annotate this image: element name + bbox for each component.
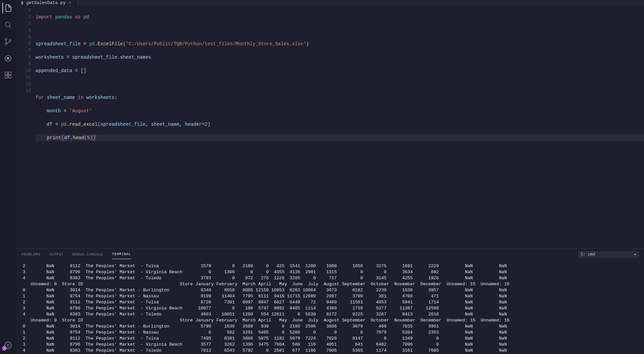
terminal-output[interactable]: 2 NaN 9112 The Peoples' Market - Tulsa 1… [16,260,644,354]
svg-point-10 [7,344,9,346]
svg-point-5 [7,57,9,59]
svg-rect-6 [5,72,8,75]
tab-debug-console[interactable]: DEBUG CONSOLE [72,252,103,256]
search-icon[interactable] [3,19,13,30]
bottom-panel: PROBLEMS OUTPUT DEBUG CONSOLE TERMINAL 1… [16,248,644,354]
settings-badge: 1 [2,346,7,351]
tab-output[interactable]: OUTPUT [49,252,64,256]
close-icon[interactable]: × [68,0,71,6]
svg-rect-8 [5,75,8,78]
svg-point-0 [5,22,10,27]
explorer-icon[interactable] [2,3,13,13]
main-area: ⧫ getSalesData.py × 1 2 3 4 5 6 7 8 9 10… [16,0,644,354]
extensions-icon[interactable] [3,70,13,80]
debug-icon[interactable] [3,53,13,64]
terminal-selector[interactable]: 1: cmd [578,251,639,257]
tab-filename: getSalesData.py [26,0,65,5]
code-content[interactable]: import pandas as pd spreadsheet_file = p… [36,7,644,195]
svg-point-2 [5,43,7,45]
svg-point-3 [9,40,11,42]
file-tab[interactable]: ⧫ getSalesData.py × [16,0,76,6]
line-number-gutter: 1 2 3 4 5 6 7 8 9 10 11 12 13 [16,7,36,195]
python-file-icon: ⧫ [21,0,23,6]
editor-tabs: ⧫ getSalesData.py × [16,0,644,6]
source-control-icon[interactable] [3,36,13,47]
svg-point-1 [5,39,7,40]
panel-tabs: PROBLEMS OUTPUT DEBUG CONSOLE TERMINAL 1… [16,249,644,260]
svg-rect-9 [8,75,11,78]
activity-bar: 1 [0,0,16,354]
tab-terminal[interactable]: TERMINAL [112,252,131,259]
tab-problems[interactable]: PROBLEMS [21,252,41,256]
svg-rect-7 [8,72,11,75]
code-editor[interactable]: 1 2 3 4 5 6 7 8 9 10 11 12 13 import pan… [16,6,644,248]
settings-gear-icon[interactable]: 1 [3,340,13,351]
